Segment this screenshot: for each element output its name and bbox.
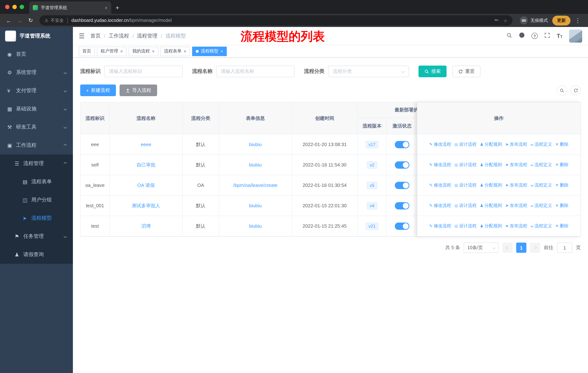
row-action-edit[interactable]: ✎修改流程: [429, 223, 451, 229]
row-action-edit[interactable]: ✎修改流程: [429, 162, 451, 168]
sidebar-item-process-model[interactable]: ➤流程模型: [0, 209, 73, 227]
breadcrumb-item[interactable]: 流程模型: [166, 33, 186, 39]
fullscreen-icon[interactable]: [544, 32, 550, 40]
version-badge[interactable]: v2: [367, 161, 377, 169]
row-action-publish[interactable]: ➤发布流程: [505, 223, 527, 229]
row-action-publish[interactable]: ➤发布流程: [505, 141, 527, 148]
import-model-button[interactable]: 导入流程: [119, 84, 157, 96]
view-tag[interactable]: 我的流程×: [129, 46, 158, 56]
model-name-link[interactable]: 滔博: [141, 223, 151, 229]
tag-close-icon[interactable]: ×: [120, 49, 123, 54]
row-action-definition[interactable]: ∞流程定义: [531, 182, 552, 188]
view-tag[interactable]: 首页: [79, 46, 95, 56]
reset-button[interactable]: 重置: [452, 66, 481, 77]
github-icon[interactable]: [519, 32, 525, 40]
view-tag[interactable]: 流程表单×: [160, 46, 190, 56]
sidebar-item-infrastructure[interactable]: ▦基础设施: [0, 100, 73, 118]
security-warning[interactable]: ⚠ 不安全: [44, 17, 68, 23]
show-search-toggle-icon[interactable]: [557, 85, 567, 95]
tag-close-icon[interactable]: ×: [152, 49, 155, 54]
row-action-design[interactable]: ◎设计流程: [454, 223, 476, 229]
active-toggle[interactable]: [395, 222, 409, 230]
row-action-assign-rule[interactable]: ♟分配规则: [480, 223, 502, 229]
browser-tab[interactable]: 芋道管理系统 ×: [29, 1, 111, 14]
breadcrumb-item[interactable]: 工作流程: [109, 33, 129, 39]
row-action-definition[interactable]: ∞流程定义: [531, 223, 552, 229]
reload-icon[interactable]: ↻: [26, 15, 36, 26]
form-info-link[interactable]: /bpm/oa/leave/create: [233, 182, 278, 188]
version-badge[interactable]: v4: [367, 202, 377, 209]
update-button[interactable]: 更新: [552, 15, 570, 25]
row-action-edit[interactable]: ✎修改流程: [429, 141, 451, 148]
version-badge[interactable]: v17: [366, 141, 378, 148]
row-action-publish[interactable]: ➤发布流程: [505, 202, 527, 209]
row-action-design[interactable]: ◎设计流程: [454, 162, 476, 168]
sidebar-item-process-form[interactable]: ▤流程表单: [0, 173, 73, 191]
sidebar-item-user-group[interactable]: ◫用户分组: [0, 191, 73, 209]
row-action-design[interactable]: ◎设计流程: [454, 182, 476, 188]
row-action-definition[interactable]: ∞流程定义: [531, 141, 552, 148]
version-badge[interactable]: v5: [367, 181, 377, 189]
row-action-delete[interactable]: ✕删除: [555, 182, 568, 188]
sidebar-item-system-management[interactable]: ⚙系统管理: [0, 63, 73, 81]
page-size-select[interactable]: 10条/页: [464, 242, 499, 253]
help-icon[interactable]: ?: [532, 33, 538, 39]
form-info-link[interactable]: biubiu: [249, 203, 262, 208]
form-info-link[interactable]: biubiu: [249, 162, 262, 168]
model-name-link[interactable]: 自己审批: [136, 161, 156, 168]
sidebar-item-leave-query[interactable]: ♟请假查询: [0, 245, 73, 264]
goto-page-input[interactable]: 1: [557, 242, 572, 253]
address-bar[interactable]: ⚠ 不安全 dashboard.yudao.iocoder.cn /bpm/ma…: [39, 15, 513, 26]
key-icon[interactable]: [494, 17, 499, 23]
active-toggle[interactable]: [395, 202, 409, 209]
model-name-link[interactable]: eeee: [141, 142, 151, 147]
filter-name-input[interactable]: 请输入流程名称: [216, 66, 294, 77]
close-window-button[interactable]: [5, 5, 10, 9]
sidebar-item-workflow[interactable]: ▣工作流程: [0, 136, 73, 154]
form-info-link[interactable]: biubiu: [249, 223, 262, 229]
tag-close-icon[interactable]: ×: [220, 49, 223, 54]
current-page[interactable]: 1: [516, 242, 526, 253]
row-action-delete[interactable]: ✕删除: [555, 223, 568, 229]
active-toggle[interactable]: [395, 161, 409, 169]
model-name-link[interactable]: 测试多审批人: [132, 202, 160, 209]
zoom-window-button[interactable]: [20, 5, 24, 9]
breadcrumb-item[interactable]: 流程管理: [137, 33, 158, 39]
font-size-icon[interactable]: TT: [557, 33, 562, 39]
view-tag[interactable]: 租户管理×: [97, 46, 126, 56]
row-action-assign-rule[interactable]: ♟分配规则: [480, 202, 502, 209]
row-action-delete[interactable]: ✕删除: [555, 202, 568, 209]
next-page-button[interactable]: [530, 242, 540, 253]
forward-icon[interactable]: →: [15, 15, 25, 26]
row-action-assign-rule[interactable]: ♟分配规则: [480, 182, 502, 188]
row-action-delete[interactable]: ✕删除: [555, 141, 568, 148]
model-name-link[interactable]: OA 请假: [137, 182, 155, 189]
view-tag[interactable]: 流程模型×: [192, 46, 227, 56]
row-action-delete[interactable]: ✕删除: [555, 162, 568, 168]
search-icon[interactable]: [506, 32, 512, 40]
app-logo[interactable]: 芋道管理系统: [0, 27, 73, 45]
row-action-assign-rule[interactable]: ♟分配规则: [480, 162, 502, 168]
user-avatar[interactable]: [569, 29, 582, 42]
row-action-definition[interactable]: ∞流程定义: [531, 162, 552, 168]
minimize-window-button[interactable]: [12, 5, 17, 9]
refresh-table-icon[interactable]: [570, 85, 581, 95]
filter-category-select[interactable]: 流程分类: [328, 66, 409, 77]
tag-close-icon[interactable]: ×: [184, 49, 186, 54]
breadcrumb-item[interactable]: 首页: [90, 33, 101, 39]
row-action-design[interactable]: ◎设计流程: [454, 202, 476, 209]
prev-page-button[interactable]: [502, 242, 513, 253]
row-action-edit[interactable]: ✎修改流程: [429, 202, 451, 209]
browser-menu-icon[interactable]: ⋮: [575, 17, 581, 24]
row-action-publish[interactable]: ➤发布流程: [505, 162, 527, 168]
row-action-definition[interactable]: ∞流程定义: [531, 202, 552, 209]
form-info-link[interactable]: biubiu: [249, 142, 262, 147]
create-model-button[interactable]: + 新建流程: [80, 84, 116, 96]
new-tab-button[interactable]: +: [116, 4, 119, 12]
version-badge[interactable]: v21: [366, 222, 378, 230]
row-action-edit[interactable]: ✎修改流程: [429, 182, 451, 188]
sidebar-item-dev-tools[interactable]: ⚒研发工具: [0, 118, 73, 136]
active-toggle[interactable]: [395, 181, 409, 189]
sidebar-item-payment[interactable]: ¥支付管理: [0, 81, 73, 100]
row-action-design[interactable]: ◎设计流程: [454, 141, 476, 148]
